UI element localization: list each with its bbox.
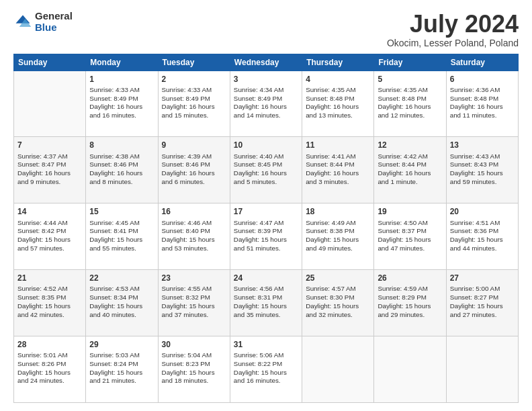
day-number: 18 bbox=[306, 206, 370, 217]
day-info: Sunrise: 5:01 AM Sunset: 8:26 PM Dayligh… bbox=[17, 351, 82, 385]
day-number: 1 bbox=[89, 74, 154, 85]
weekday-header-monday: Monday bbox=[86, 54, 158, 71]
calendar-cell: 19Sunrise: 4:50 AM Sunset: 8:37 PM Dayli… bbox=[374, 203, 446, 270]
day-number: 25 bbox=[306, 273, 370, 283]
calendar-cell: 4Sunrise: 4:35 AM Sunset: 8:48 PM Daylig… bbox=[302, 71, 374, 137]
calendar-cell: 20Sunrise: 4:51 AM Sunset: 8:36 PM Dayli… bbox=[446, 203, 518, 270]
day-number: 5 bbox=[378, 74, 442, 85]
calendar-cell: 21Sunrise: 4:52 AM Sunset: 8:35 PM Dayli… bbox=[14, 270, 86, 336]
day-info: Sunrise: 4:45 AM Sunset: 8:41 PM Dayligh… bbox=[89, 219, 154, 253]
day-number: 16 bbox=[162, 206, 226, 217]
calendar-cell: 5Sunrise: 4:35 AM Sunset: 8:48 PM Daylig… bbox=[374, 71, 446, 137]
day-number: 11 bbox=[306, 140, 370, 150]
calendar-week-2: 7Sunrise: 4:37 AM Sunset: 8:47 PM Daylig… bbox=[14, 137, 519, 203]
calendar-cell: 29Sunrise: 5:03 AM Sunset: 8:24 PM Dayli… bbox=[86, 336, 158, 403]
day-number: 30 bbox=[162, 339, 226, 350]
calendar-cell: 25Sunrise: 4:57 AM Sunset: 8:30 PM Dayli… bbox=[302, 270, 374, 336]
day-number: 31 bbox=[234, 339, 298, 350]
header: General Blue July 2024 Okocim, Lesser Po… bbox=[13, 11, 519, 48]
day-info: Sunrise: 4:33 AM Sunset: 8:49 PM Dayligh… bbox=[89, 86, 154, 120]
day-number: 27 bbox=[450, 273, 515, 283]
day-number: 10 bbox=[234, 140, 298, 150]
calendar-cell: 18Sunrise: 4:49 AM Sunset: 8:38 PM Dayli… bbox=[302, 203, 374, 270]
day-info: Sunrise: 4:49 AM Sunset: 8:38 PM Dayligh… bbox=[306, 219, 370, 253]
day-info: Sunrise: 5:06 AM Sunset: 8:22 PM Dayligh… bbox=[234, 351, 298, 385]
day-number: 22 bbox=[89, 273, 154, 283]
calendar-cell: 30Sunrise: 5:04 AM Sunset: 8:23 PM Dayli… bbox=[158, 336, 230, 403]
day-info: Sunrise: 4:37 AM Sunset: 8:47 PM Dayligh… bbox=[17, 152, 82, 187]
logo-icon bbox=[13, 13, 32, 32]
calendar-week-4: 21Sunrise: 4:52 AM Sunset: 8:35 PM Dayli… bbox=[14, 270, 519, 336]
day-number: 24 bbox=[234, 273, 298, 283]
weekday-header-sunday: Sunday bbox=[14, 54, 86, 71]
day-info: Sunrise: 4:38 AM Sunset: 8:46 PM Dayligh… bbox=[89, 152, 154, 187]
day-info: Sunrise: 4:55 AM Sunset: 8:32 PM Dayligh… bbox=[162, 285, 226, 319]
day-info: Sunrise: 4:53 AM Sunset: 8:34 PM Dayligh… bbox=[89, 285, 154, 319]
calendar-cell: 3Sunrise: 4:34 AM Sunset: 8:49 PM Daylig… bbox=[230, 71, 302, 137]
day-number: 20 bbox=[450, 206, 515, 217]
weekday-header-thursday: Thursday bbox=[302, 54, 374, 71]
day-info: Sunrise: 4:41 AM Sunset: 8:44 PM Dayligh… bbox=[306, 152, 370, 187]
calendar-cell: 31Sunrise: 5:06 AM Sunset: 8:22 PM Dayli… bbox=[230, 336, 302, 403]
weekday-header-tuesday: Tuesday bbox=[158, 54, 230, 71]
day-number: 2 bbox=[162, 74, 226, 85]
day-number: 12 bbox=[378, 140, 442, 150]
day-info: Sunrise: 4:40 AM Sunset: 8:45 PM Dayligh… bbox=[234, 152, 298, 187]
day-info: Sunrise: 4:35 AM Sunset: 8:48 PM Dayligh… bbox=[378, 86, 442, 120]
day-number: 4 bbox=[306, 74, 370, 85]
day-number: 28 bbox=[17, 339, 82, 350]
title-block: July 2024 Okocim, Lesser Poland, Poland bbox=[387, 11, 519, 48]
day-number: 21 bbox=[17, 273, 82, 283]
day-number: 9 bbox=[162, 140, 226, 150]
calendar-cell: 10Sunrise: 4:40 AM Sunset: 8:45 PM Dayli… bbox=[230, 137, 302, 203]
day-number: 14 bbox=[17, 206, 82, 217]
main-title: July 2024 bbox=[387, 11, 519, 38]
day-info: Sunrise: 4:44 AM Sunset: 8:42 PM Dayligh… bbox=[17, 219, 82, 253]
day-info: Sunrise: 4:42 AM Sunset: 8:44 PM Dayligh… bbox=[378, 152, 442, 187]
calendar-cell bbox=[446, 336, 518, 403]
day-number: 23 bbox=[162, 273, 226, 283]
calendar-cell: 22Sunrise: 4:53 AM Sunset: 8:34 PM Dayli… bbox=[86, 270, 158, 336]
logo-blue: Blue bbox=[35, 22, 73, 34]
day-number: 13 bbox=[450, 140, 515, 150]
logo: General Blue bbox=[13, 11, 73, 33]
calendar-cell: 1Sunrise: 4:33 AM Sunset: 8:49 PM Daylig… bbox=[86, 71, 158, 137]
calendar-cell: 28Sunrise: 5:01 AM Sunset: 8:26 PM Dayli… bbox=[14, 336, 86, 403]
weekday-header-wednesday: Wednesday bbox=[230, 54, 302, 71]
day-number: 29 bbox=[89, 339, 154, 350]
day-info: Sunrise: 4:50 AM Sunset: 8:37 PM Dayligh… bbox=[378, 219, 442, 253]
day-info: Sunrise: 5:03 AM Sunset: 8:24 PM Dayligh… bbox=[89, 351, 154, 385]
page: General Blue July 2024 Okocim, Lesser Po… bbox=[0, 0, 532, 411]
day-info: Sunrise: 4:56 AM Sunset: 8:31 PM Dayligh… bbox=[234, 285, 298, 319]
day-number: 19 bbox=[378, 206, 442, 217]
weekday-header-row: SundayMondayTuesdayWednesdayThursdayFrid… bbox=[14, 54, 519, 71]
day-info: Sunrise: 4:51 AM Sunset: 8:36 PM Dayligh… bbox=[450, 219, 515, 253]
calendar-cell bbox=[302, 336, 374, 403]
day-info: Sunrise: 4:59 AM Sunset: 8:29 PM Dayligh… bbox=[378, 285, 442, 319]
calendar-cell: 15Sunrise: 4:45 AM Sunset: 8:41 PM Dayli… bbox=[86, 203, 158, 270]
day-number: 6 bbox=[450, 74, 515, 85]
calendar-cell: 24Sunrise: 4:56 AM Sunset: 8:31 PM Dayli… bbox=[230, 270, 302, 336]
calendar-cell: 7Sunrise: 4:37 AM Sunset: 8:47 PM Daylig… bbox=[14, 137, 86, 203]
day-number: 8 bbox=[89, 140, 154, 150]
calendar-cell: 16Sunrise: 4:46 AM Sunset: 8:40 PM Dayli… bbox=[158, 203, 230, 270]
calendar-cell: 12Sunrise: 4:42 AM Sunset: 8:44 PM Dayli… bbox=[374, 137, 446, 203]
day-number: 7 bbox=[17, 140, 82, 150]
calendar-cell: 17Sunrise: 4:47 AM Sunset: 8:39 PM Dayli… bbox=[230, 203, 302, 270]
day-info: Sunrise: 4:39 AM Sunset: 8:46 PM Dayligh… bbox=[162, 152, 226, 187]
day-info: Sunrise: 5:04 AM Sunset: 8:23 PM Dayligh… bbox=[162, 351, 226, 385]
logo-text: General Blue bbox=[35, 11, 73, 33]
calendar-cell: 2Sunrise: 4:33 AM Sunset: 8:49 PM Daylig… bbox=[158, 71, 230, 137]
calendar-cell: 26Sunrise: 4:59 AM Sunset: 8:29 PM Dayli… bbox=[374, 270, 446, 336]
calendar-cell: 6Sunrise: 4:36 AM Sunset: 8:48 PM Daylig… bbox=[446, 71, 518, 137]
calendar-cell: 14Sunrise: 4:44 AM Sunset: 8:42 PM Dayli… bbox=[14, 203, 86, 270]
calendar-cell bbox=[14, 71, 86, 137]
day-info: Sunrise: 4:47 AM Sunset: 8:39 PM Dayligh… bbox=[234, 219, 298, 253]
weekday-header-friday: Friday bbox=[374, 54, 446, 71]
day-info: Sunrise: 4:35 AM Sunset: 8:48 PM Dayligh… bbox=[306, 86, 370, 120]
day-number: 17 bbox=[234, 206, 298, 217]
weekday-header-saturday: Saturday bbox=[446, 54, 518, 71]
day-info: Sunrise: 4:34 AM Sunset: 8:49 PM Dayligh… bbox=[234, 86, 298, 120]
day-number: 3 bbox=[234, 74, 298, 85]
calendar-table: SundayMondayTuesdayWednesdayThursdayFrid… bbox=[13, 54, 519, 403]
